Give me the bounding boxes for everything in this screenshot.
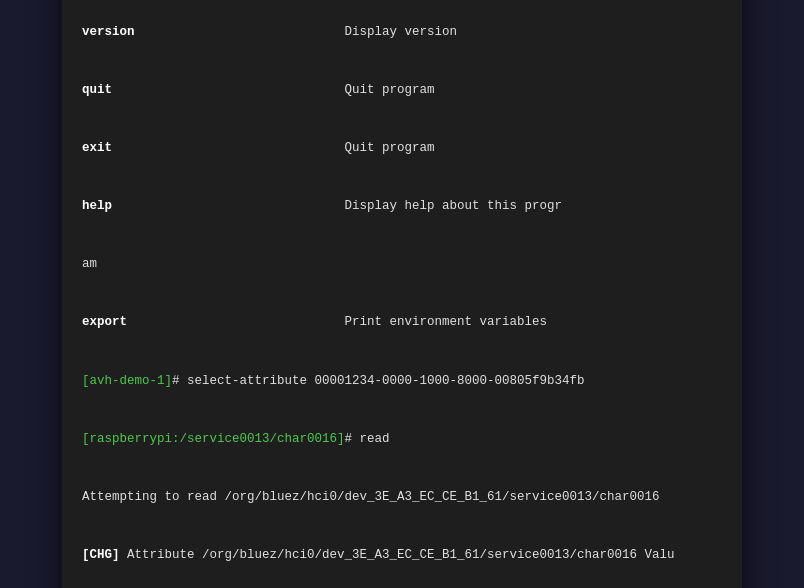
line-10: quit Quit program bbox=[82, 81, 722, 100]
terminal-window: pplication characteristic unregister-cha… bbox=[62, 0, 742, 588]
line-14: export Print environment variables bbox=[82, 313, 722, 332]
line-11: exit Quit program bbox=[82, 139, 722, 158]
line-18: [CHG] Attribute /org/bluez/hci0/dev_3E_A… bbox=[82, 546, 722, 565]
line-16: [raspberrypi:/service0013/char0016]# rea… bbox=[82, 430, 722, 449]
line-12: help Display help about this progr bbox=[82, 197, 722, 216]
line-17: Attempting to read /org/bluez/hci0/dev_3… bbox=[82, 488, 722, 507]
line-13: am bbox=[82, 255, 722, 274]
line-9: version Display version bbox=[82, 23, 722, 42]
line-15: [avh-demo-1]# select-attribute 00001234-… bbox=[82, 372, 722, 391]
terminal-content: pplication characteristic unregister-cha… bbox=[82, 0, 722, 588]
